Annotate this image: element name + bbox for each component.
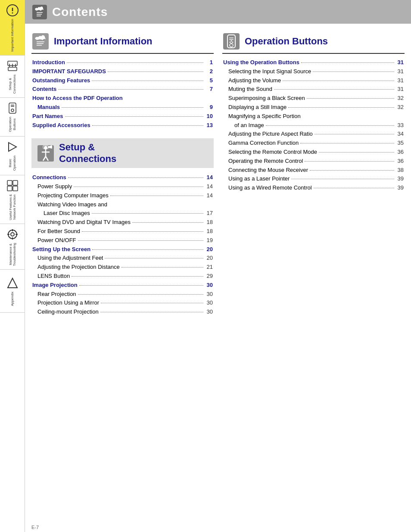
sidebar-item-maintenance[interactable]: Maintenance &Troubleshooting xyxy=(0,224,25,270)
toc-entry-gamma: Gamma Correction Function 35 xyxy=(222,139,405,148)
toc-page-better-sound: 18 xyxy=(205,227,213,236)
page-number: E-7 xyxy=(31,525,39,530)
toc-page-setting-screen: 20 xyxy=(205,245,213,254)
setup-connections-icon xyxy=(6,59,19,73)
toc-entry-image-projection: Image Projection 30 xyxy=(31,281,214,290)
toc-dots-setting-screen xyxy=(92,249,203,250)
toc-entry-operating-remote: Operating the Remote Control 36 xyxy=(222,157,405,166)
toc-entry-contents: Contents 7 xyxy=(31,85,214,94)
main-content: Contents Important Information xyxy=(25,0,411,532)
toc-dots-ceiling-mount xyxy=(100,312,203,312)
toc-label-input-signal: Selecting the Input Signal Source xyxy=(228,67,311,76)
toc-entry-wired-remote: Using as a Wired Remote Control 39 xyxy=(222,184,405,193)
svg-point-18 xyxy=(11,233,14,236)
toc-page-power-onoff: 19 xyxy=(205,236,213,245)
toc-label-laser-disc: Laser Disc Images xyxy=(44,209,90,218)
toc-dots-projecting-computer xyxy=(110,196,203,196)
toc-dots-outstanding xyxy=(92,81,203,81)
sidebar-item-operation-buttons[interactable]: OperationButtons xyxy=(0,98,25,137)
toc-label-ceiling-mount: Ceiling-mount Projection xyxy=(37,308,99,317)
toc-dots-dvd xyxy=(132,222,203,223)
operation-section-title: Operation Buttons xyxy=(245,36,328,47)
toc-entry-volume: Adjusting the Volume 31 xyxy=(222,76,405,85)
sidebar-item-appendix[interactable]: Appendix xyxy=(0,270,25,313)
toc-page-contents: 7 xyxy=(205,85,213,94)
important-info-toc: Introduction 1 IMPORTANT SAFEGUARDS 2 Ou… xyxy=(31,58,214,130)
toc-dots-operating-remote xyxy=(305,161,394,162)
important-info-icon xyxy=(6,3,19,17)
toc-entry-using-op-buttons: Using the Operation Buttons 31 xyxy=(222,58,405,67)
svg-rect-25 xyxy=(32,5,47,19)
appendix-icon xyxy=(6,276,19,290)
toc-entry-adjustment-feet: Using the Adjustment Feet 20 xyxy=(31,254,214,263)
toc-entry-safeguards: IMPORTANT SAFEGUARDS 2 xyxy=(31,67,214,76)
toc-label-using-op-buttons: Using the Operation Buttons xyxy=(223,58,299,67)
toc-label-wired-remote: Using as a Wired Remote Control xyxy=(228,184,312,193)
sidebar-item-setup-connections[interactable]: Setup &Connections xyxy=(0,56,25,97)
toc-label-rear-projection: Rear Projection xyxy=(37,290,76,299)
svg-rect-15 xyxy=(7,186,12,191)
toc-dots-remote-control-mode xyxy=(319,152,394,152)
toc-page-projection-distance: 21 xyxy=(205,263,213,272)
toc-dots-volume xyxy=(283,81,394,81)
toc-entry-pdf-access: How to Access the PDF Operation xyxy=(31,94,214,103)
toc-dots-muting-sound xyxy=(274,89,394,90)
setup-toc: Connections 14 Power Supply 14 Projectin… xyxy=(31,173,214,317)
sidebar-item-basic-operation[interactable]: BasicOperation xyxy=(0,137,25,175)
toc-page-lens-button: 29 xyxy=(205,272,213,281)
svg-rect-13 xyxy=(7,180,12,185)
toc-dots-part-names xyxy=(65,116,203,117)
toc-entry-projecting-computer: Projecting Computer Images 14 xyxy=(31,191,214,200)
toc-page-power-supply: 14 xyxy=(205,182,213,191)
toc-label-lens-button: LENS Button xyxy=(37,272,70,281)
left-column: Important Information Introduction 1 IMP… xyxy=(31,32,214,514)
toc-entry-projection-distance: Adjusting the Projection Distance 21 xyxy=(31,263,214,272)
toc-label-aspect-ratio: Adjusting the Picture Aspect Ratio xyxy=(228,130,313,139)
toc-dots-power-onoff xyxy=(78,240,203,241)
toc-entry-mirror-projection: Projection Using a Mirror 30 xyxy=(31,299,214,308)
toc-label-adjustment-feet: Using the Adjustment Feet xyxy=(37,254,103,263)
sidebar-item-important-info[interactable]: Important Information xyxy=(0,0,25,56)
toc-label-part-names: Part Names xyxy=(32,112,63,121)
contents-header-icon xyxy=(31,4,48,20)
operation-toc: Using the Operation Buttons 31 Selecting… xyxy=(222,58,405,193)
toc-dots-still-image xyxy=(288,107,394,108)
svg-point-42 xyxy=(231,40,232,42)
toc-dots-accessories xyxy=(92,125,203,126)
toc-page-input-signal: 31 xyxy=(396,67,404,76)
toc-page-remote-control-mode: 36 xyxy=(396,148,404,157)
toc-label-watching-video: Watching Video Images and xyxy=(37,200,107,209)
toc-page-image-projection: 30 xyxy=(205,281,213,290)
important-info-section-header: Important Information xyxy=(31,32,214,54)
toc-entry-setting-screen: Setting Up the Screen 20 xyxy=(31,245,214,254)
toc-dots-of-an-image xyxy=(266,125,394,126)
toc-dots-image-projection xyxy=(79,285,203,286)
setup-title-line2: Connections xyxy=(59,153,116,165)
toc-page-rear-projection: 30 xyxy=(205,290,213,299)
toc-entry-part-names: Part Names 10 xyxy=(31,112,214,121)
toc-entry-power-onoff: Power ON/OFF 19 xyxy=(31,236,214,245)
toc-page-ceiling-mount: 30 xyxy=(205,308,213,317)
setup-title-line1: Setup & xyxy=(59,142,116,153)
toc-page-mouse-receiver: 38 xyxy=(396,166,404,175)
toc-entry-dvd: Watching DVD and Digital TV Images 18 xyxy=(31,218,214,227)
toc-dots-better-sound xyxy=(82,231,203,232)
toc-dots-rear-projection xyxy=(78,294,203,295)
sidebar-label-setup: Setup &Connections xyxy=(8,75,16,93)
toc-page-safeguards: 2 xyxy=(205,67,213,76)
toc-label-power-supply: Power Supply xyxy=(37,182,72,191)
operation-section-header: Operation Buttons xyxy=(222,32,405,54)
sidebar-item-useful-features[interactable]: Useful Features &Network Function xyxy=(0,175,25,224)
operation-buttons-icon xyxy=(6,101,19,115)
svg-marker-12 xyxy=(9,143,16,151)
toc-page-dvd: 18 xyxy=(205,218,213,227)
toc-dots-contents xyxy=(58,89,203,90)
svg-point-2 xyxy=(12,12,13,14)
toc-label-projection-distance: Adjusting the Projection Distance xyxy=(37,263,120,272)
toc-entry-outstanding: Outstanding Features 5 xyxy=(31,76,214,85)
toc-entry-muting-sound: Muting the Sound 31 xyxy=(222,85,405,94)
toc-label-muting-sound: Muting the Sound xyxy=(228,85,272,94)
maintenance-icon xyxy=(6,227,19,241)
toc-dots-introduction xyxy=(67,62,203,63)
toc-entry-aspect-ratio: Adjusting the Picture Aspect Ratio 34 xyxy=(222,130,405,139)
